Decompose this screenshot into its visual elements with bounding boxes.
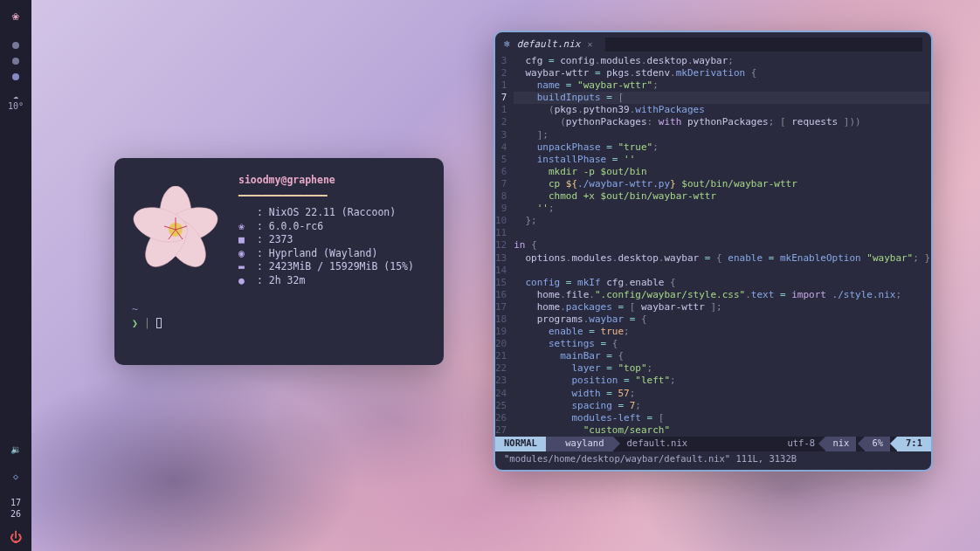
editor-statusbar: NORMAL wayland default.nix utf-8 nix 6% … — [495, 437, 931, 451]
line-number: 10 — [495, 215, 507, 227]
line-number: 25 — [495, 400, 507, 412]
power-button[interactable]: ⏻ — [10, 530, 22, 544]
code-line[interactable] — [514, 227, 931, 239]
code-line[interactable]: }; — [514, 215, 931, 227]
code-line[interactable]: (pkgs.python39.withPackages — [514, 104, 931, 116]
code-line[interactable]: position = "left"; — [514, 375, 931, 387]
line-number: 2 — [495, 116, 507, 128]
fetch-row-text: : NixOS 22.11 (Raccoon) — [251, 206, 396, 218]
code-line[interactable]: spacing = 7; — [514, 400, 931, 412]
code-content[interactable]: cfg = config.modules.desktop.waybar; way… — [514, 55, 931, 437]
weather-widget[interactable]: ☁ 10° — [8, 91, 24, 112]
volume-icon[interactable]: 🔉 — [10, 444, 21, 454]
fetch-row: ❀ : 6.0.0-rc6 — [238, 220, 414, 234]
code-line[interactable]: cfg = config.modules.desktop.waybar; — [514, 55, 931, 67]
info-divider: ━━━━━━━━━━━━━━━━━ — [238, 189, 414, 203]
os-icon[interactable]: ❀ — [12, 9, 19, 23]
fetch-row-icon: ◉ — [238, 247, 251, 261]
code-line[interactable]: mkdir -p $out/bin — [514, 166, 931, 178]
vim-mode: NORMAL — [495, 437, 546, 451]
line-number: 24 — [495, 388, 507, 400]
line-number: 3 — [495, 129, 507, 141]
code-line[interactable]: options.modules.desktop.waybar = { enabl… — [514, 252, 931, 265]
close-tab-icon[interactable]: ✕ — [587, 39, 592, 51]
terminal-window[interactable]: sioodmy@graphene ━━━━━━━━━━━━━━━━━ : Nix… — [114, 158, 444, 365]
line-number: 4 — [495, 141, 507, 154]
code-line[interactable]: in { — [514, 239, 931, 251]
statusbar-sidebar: ❀ ☁ 10° 🔉 ◇ 17 26 ⏻ — [0, 0, 31, 551]
fetch-row-text: : 6.0.0-rc6 — [251, 220, 323, 232]
weather-temp: 10° — [8, 101, 24, 112]
line-number: 26 — [495, 412, 507, 424]
status-position: 7:1 — [897, 437, 931, 451]
code-line[interactable]: (pythonPackages: with pythonPackages; [ … — [514, 116, 931, 128]
line-number: 1 — [495, 104, 507, 116]
code-line[interactable]: ''; — [514, 203, 931, 215]
line-number: 8 — [495, 190, 507, 203]
tab-filename[interactable]: default.nix — [517, 38, 581, 51]
code-line[interactable]: buildInputs = [ — [514, 92, 929, 104]
line-number: 23 — [495, 375, 507, 387]
code-line[interactable]: home.packages = [ waybar-wttr ]; — [514, 301, 931, 313]
line-number: 12 — [495, 239, 507, 251]
status-filename: default.nix — [613, 437, 779, 451]
fetch-info: sioodmy@graphene ━━━━━━━━━━━━━━━━━ : Nix… — [238, 174, 414, 287]
fetch-row-icon: ● — [238, 274, 251, 288]
prompt-arrow-icon: ❯ — [132, 317, 138, 329]
code-line[interactable]: width = 57; — [514, 388, 931, 400]
code-line[interactable]: installPhase = '' — [514, 154, 931, 166]
line-number: 13 — [495, 252, 507, 265]
fetch-row: ■ : 2373 — [238, 233, 414, 247]
code-line[interactable]: chmod +x $out/bin/waybar-wttr — [514, 190, 931, 203]
line-number: 1 — [495, 79, 507, 92]
line-number: 18 — [495, 313, 507, 326]
fetch-row-text: : Hyprland (Wayland) — [251, 247, 377, 259]
wifi-icon[interactable]: ◇ — [13, 472, 18, 481]
code-line[interactable]: ]; — [514, 129, 931, 141]
code-line[interactable]: mainBar = { — [514, 350, 931, 362]
code-line[interactable]: modules-left = [ — [514, 412, 931, 424]
code-line[interactable]: "custom/search" — [514, 424, 931, 437]
code-line[interactable]: layer = "top"; — [514, 362, 931, 375]
code-line[interactable]: waybar-wttr = pkgs.stdenv.mkDerivation { — [514, 67, 931, 79]
status-filetype: nix — [825, 437, 856, 451]
line-number: 5 — [495, 154, 507, 166]
fetch-row-icon: ■ — [238, 233, 251, 247]
code-line[interactable]: settings = { — [514, 338, 931, 350]
code-line[interactable]: name = "waybar-wttr"; — [514, 79, 931, 92]
line-number: 7 — [495, 92, 507, 104]
code-line[interactable] — [514, 265, 931, 277]
line-number: 14 — [495, 265, 507, 277]
fetch-row: ▬ : 2423MiB / 15929MiB (15%) — [238, 260, 414, 274]
code-area[interactable]: 3217123456789101112131415161718192021222… — [495, 55, 931, 437]
line-number: 20 — [495, 338, 507, 350]
fetch-row-icon: ▬ — [238, 260, 251, 274]
code-line[interactable]: cp ${./waybar-wttr.py} $out/bin/waybar-w… — [514, 178, 931, 190]
line-number: 22 — [495, 362, 507, 375]
fetch-row-text: : 2423MiB / 15929MiB (15%) — [251, 260, 414, 272]
fetch-row: : NixOS 22.11 (Raccoon) — [238, 206, 414, 220]
branch-name: wayland — [565, 437, 604, 449]
cursor — [156, 318, 162, 328]
weather-icon: ☁ — [8, 91, 24, 101]
shell-prompt[interactable]: ~ ❯ | — [132, 303, 426, 330]
tabbar-track — [605, 38, 922, 52]
code-line[interactable]: config = mkIf cfg.enable { — [514, 277, 931, 289]
code-line[interactable]: enable = true; — [514, 326, 931, 338]
workspace-dot[interactable] — [12, 58, 19, 65]
line-number: 21 — [495, 350, 507, 362]
line-number: 15 — [495, 277, 507, 289]
workspace-dot[interactable] — [12, 42, 19, 49]
prompt-cwd: ~ — [132, 303, 426, 317]
fetch-row-text: : 2373 — [251, 233, 293, 245]
code-line[interactable]: unpackPhase = "true"; — [514, 141, 931, 154]
editor-window[interactable]: ❄ default.nix ✕ 321712345678910111213141… — [493, 31, 933, 472]
flower-logo — [132, 186, 219, 273]
clock-widget[interactable]: 17 26 — [10, 497, 21, 520]
code-line[interactable]: programs.waybar = { — [514, 313, 931, 326]
line-number: 11 — [495, 227, 507, 239]
line-number: 19 — [495, 326, 507, 338]
code-line[interactable]: home.file.".config/waybar/style.css".tex… — [514, 289, 931, 301]
workspace-dot[interactable] — [12, 73, 19, 80]
fetch-row-text: : 2h 32m — [251, 274, 305, 286]
